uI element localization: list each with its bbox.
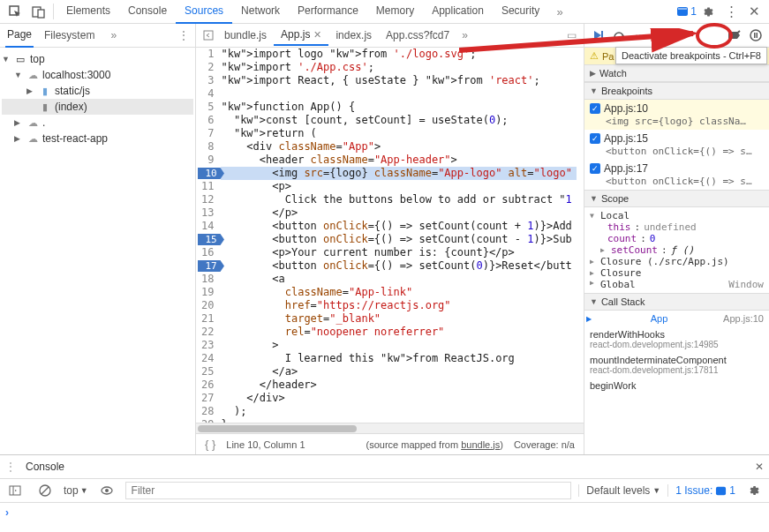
issues-badge[interactable]: 1: [676, 5, 697, 18]
console-filter-input[interactable]: [125, 482, 572, 499]
gutter-line[interactable]: 19: [201, 286, 214, 299]
code-line[interactable]: "kw">return (: [221, 127, 577, 140]
gutter-line[interactable]: 8: [201, 140, 214, 154]
close-devtools-icon[interactable]: ✕: [743, 0, 765, 23]
editor-tab-index[interactable]: index.js: [328, 26, 379, 45]
tab-elements[interactable]: Elements: [57, 0, 119, 24]
breakpoint-marker[interactable]: 10: [198, 168, 224, 179]
tree-top[interactable]: ▼ ▭ top: [2, 51, 193, 67]
scrollbar-thumb[interactable]: [198, 425, 357, 432]
tab-performance[interactable]: Performance: [289, 0, 367, 24]
more-editor-tabs-icon[interactable]: »: [462, 29, 468, 41]
gutter-line[interactable]: 7: [201, 127, 214, 140]
tree-folder[interactable]: ▶ ▮ static/js: [2, 83, 193, 99]
scope-this[interactable]: this: undefined: [590, 221, 764, 233]
deactivate-breakpoints-button[interactable]: [725, 26, 744, 45]
code-line[interactable]: "kw">import React, { useState } "kw">fro…: [221, 74, 577, 87]
code-line[interactable]: <div className="App">: [221, 140, 577, 154]
stack-frame[interactable]: AppApp.js:10: [584, 311, 769, 326]
scope-section-head[interactable]: ▼Scope: [584, 190, 769, 207]
live-expression-icon[interactable]: [95, 479, 118, 502]
code-line[interactable]: <header className="App-header">: [221, 154, 577, 167]
checkbox-icon[interactable]: ✓: [590, 103, 600, 114]
more-sidebar-tabs-icon[interactable]: »: [110, 29, 117, 41]
tree-host[interactable]: ▼ ☁ localhost:3000: [2, 67, 193, 83]
code-line[interactable]: </header>: [221, 378, 577, 392]
resume-button[interactable]: [588, 26, 607, 45]
code-line[interactable]: I learned this "kw">from ReactJS.org: [221, 352, 577, 365]
stack-frame[interactable]: mountIndeterminateComponentreact-dom.dev…: [584, 352, 769, 378]
gutter-line[interactable]: 27: [201, 392, 214, 405]
close-icon[interactable]: ✕: [313, 29, 321, 41]
code-line[interactable]: <p>Your current number is: {count}</p>: [221, 246, 577, 259]
close-drawer-icon[interactable]: ✕: [755, 461, 764, 473]
editor-tab-appcss[interactable]: App.css?fcd7: [379, 26, 456, 45]
more-tabs-icon[interactable]: »: [548, 0, 571, 23]
gutter-line[interactable]: 23: [201, 339, 214, 352]
gutter-line[interactable]: 16: [201, 246, 214, 259]
editor-tab-app[interactable]: App.js✕: [274, 25, 328, 46]
code-line[interactable]: );: [221, 405, 577, 418]
gutter-line[interactable]: 11: [201, 180, 214, 193]
tab-console[interactable]: Console: [119, 0, 176, 24]
scope-closure-app[interactable]: ▶Closure (./src/App.js): [590, 256, 764, 267]
gutter-line[interactable]: 24: [201, 352, 214, 365]
code-line[interactable]: href="https://reactjs.org": [221, 299, 577, 312]
gutter-line[interactable]: 17: [201, 259, 214, 273]
breakpoint-marker[interactable]: 15: [198, 234, 224, 245]
tab-sources[interactable]: Sources: [176, 0, 232, 24]
nav-back-icon[interactable]: [200, 24, 217, 47]
code-line[interactable]: >: [221, 339, 577, 352]
bundle-link[interactable]: bundle.js: [461, 439, 500, 450]
gutter-line[interactable]: 5: [201, 101, 214, 114]
gutter-line[interactable]: 10: [201, 167, 214, 180]
console-body[interactable]: ›: [0, 503, 769, 532]
code-line[interactable]: "kw">const [count, setCount] = useState(…: [221, 114, 577, 127]
format-icon[interactable]: { }: [205, 438, 215, 451]
code-line[interactable]: </p>: [221, 206, 577, 220]
gutter-line[interactable]: 2: [201, 61, 214, 74]
tab-memory[interactable]: Memory: [367, 0, 423, 24]
breakpoint-row[interactable]: ✓App.js:15<button onClick={() => s…: [584, 130, 769, 160]
code-line[interactable]: Click the buttons below to add or subtra…: [221, 193, 577, 206]
drag-handle-icon[interactable]: ⋮: [5, 461, 17, 473]
code-line[interactable]: "kw">function App() {: [221, 101, 577, 114]
code-line[interactable]: rel="noopener noreferrer": [221, 326, 577, 339]
tab-application[interactable]: Application: [423, 0, 493, 24]
code-line[interactable]: </div>: [221, 392, 577, 405]
settings-gear-icon[interactable]: [697, 0, 720, 23]
sidebar-kebab-icon[interactable]: ⋮: [172, 24, 195, 47]
gutter-line[interactable]: 18: [201, 273, 214, 286]
checkbox-icon[interactable]: ✓: [590, 133, 600, 144]
gutter-line[interactable]: 21: [201, 312, 214, 326]
code-line[interactable]: className="App-link": [221, 286, 577, 299]
gutter-line[interactable]: 26: [201, 378, 214, 392]
gutter-line[interactable]: 6: [201, 114, 214, 127]
tree-file-index[interactable]: ▮ (index): [2, 99, 193, 115]
code-line[interactable]: <button onClick={() => setCount(count - …: [221, 233, 577, 246]
tree-cloud-app[interactable]: ▶ ☁ test-react-app: [2, 131, 193, 146]
code-line[interactable]: <a: [221, 273, 577, 286]
issues-link[interactable]: 1 Issue: 1: [667, 484, 735, 497]
gutter-line[interactable]: 25: [201, 365, 214, 378]
code-line[interactable]: </a>: [221, 365, 577, 378]
watch-section-head[interactable]: ▶Watch: [584, 64, 769, 82]
editor-tab-bundle[interactable]: bundle.js: [217, 26, 274, 45]
gutter-line[interactable]: 15: [201, 233, 214, 246]
code-editor[interactable]: 1234567891011121314151617181920212223242…: [196, 48, 584, 423]
clear-console-icon[interactable]: [34, 479, 57, 502]
stack-frame[interactable]: renderWithHooksreact-dom.development.js:…: [584, 326, 769, 352]
scope-global[interactable]: ▶GlobalWindow: [590, 279, 764, 290]
scope-count[interactable]: count: 0: [590, 233, 764, 244]
scope-setcount[interactable]: ▶setCount: ƒ (): [590, 244, 764, 256]
tree-cloud-dot[interactable]: ▶ ☁ .: [2, 115, 193, 131]
code-line[interactable]: "kw">import logo "kw">from './logo.svg';: [221, 48, 577, 61]
gutter-line[interactable]: 20: [201, 299, 214, 312]
scope-local[interactable]: ▼Local: [590, 210, 764, 221]
console-settings-gear-icon[interactable]: [743, 479, 765, 502]
gutter-line[interactable]: 22: [201, 326, 214, 339]
gutter-line[interactable]: 12: [201, 193, 214, 206]
code-line[interactable]: <p>: [221, 180, 577, 193]
stack-frame[interactable]: beginWork: [584, 378, 769, 393]
step-out-button[interactable]: ⋯: [652, 26, 671, 45]
